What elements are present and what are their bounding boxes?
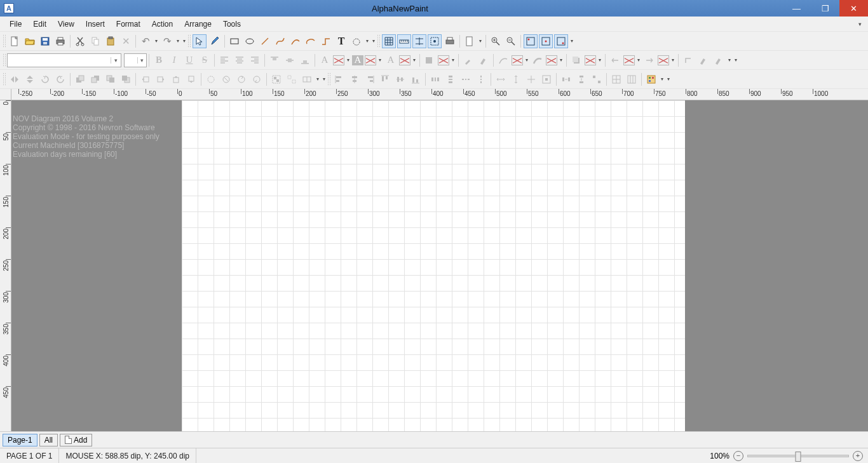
- menu-file[interactable]: File: [4, 18, 27, 30]
- toolbar-overflow-icon[interactable]: ▾: [321, 76, 327, 82]
- page-setup-button[interactable]: [463, 34, 477, 48]
- rotate-path-button[interactable]: [234, 72, 248, 86]
- print-preview-button[interactable]: [443, 34, 457, 48]
- horizontal-ruler[interactable]: -250-200-150-100-50050100150200250300350…: [11, 89, 868, 100]
- nudge-right-button[interactable]: [154, 72, 168, 86]
- rectangle-tool-button[interactable]: [227, 34, 241, 48]
- arr-start-nocolor-icon[interactable]: [623, 55, 635, 65]
- menu-tools[interactable]: Tools: [217, 18, 247, 30]
- align-right-button[interactable]: [248, 53, 262, 67]
- valign-bottom-button[interactable]: [298, 53, 312, 67]
- space-h-button[interactable]: [559, 72, 573, 86]
- shadow-button[interactable]: [569, 53, 583, 67]
- nudge-left-button[interactable]: [139, 72, 153, 86]
- menu-overflow-icon[interactable]: ▾: [858, 21, 864, 27]
- dist-h-button[interactable]: [428, 72, 442, 86]
- undo-button[interactable]: ↶: [139, 34, 153, 48]
- menu-view[interactable]: View: [52, 18, 80, 30]
- zoom-out-button[interactable]: [504, 34, 518, 48]
- arr-end-nocolor-icon[interactable]: [658, 55, 669, 65]
- italic-button[interactable]: I: [167, 53, 181, 67]
- drawing-page[interactable]: [182, 100, 685, 431]
- print-button[interactable]: [53, 34, 67, 48]
- font-nocolor-icon[interactable]: [333, 55, 344, 65]
- line-tool-button[interactable]: [258, 34, 272, 48]
- font-color-dropdown-icon[interactable]: ▾: [345, 57, 351, 63]
- grid-button[interactable]: [382, 34, 396, 48]
- zoom-slider[interactable]: [747, 455, 849, 457]
- shadow-dropdown-icon[interactable]: ▾: [597, 57, 603, 63]
- redo-button[interactable]: ↷: [160, 34, 174, 48]
- align-center-button[interactable]: [233, 53, 247, 67]
- line-weight-button[interactable]: [531, 53, 545, 67]
- zoom-in-button[interactable]: +: [853, 451, 863, 461]
- minimize-button[interactable]: —: [782, 0, 811, 17]
- nudge-up-button[interactable]: [169, 72, 183, 86]
- lineweight-dropdown-icon[interactable]: ▾: [558, 57, 564, 63]
- toolbar-grip[interactable]: [3, 34, 6, 48]
- toolbar-grip[interactable]: [327, 72, 330, 86]
- tab-page-1[interactable]: Page-1: [3, 434, 37, 446]
- center-page-button[interactable]: [539, 72, 553, 86]
- send-backward-button[interactable]: [104, 72, 118, 86]
- align-centers-h-button[interactable]: [393, 72, 407, 86]
- cut-button[interactable]: [73, 34, 87, 48]
- ports-button[interactable]: [428, 34, 442, 48]
- snap-to-ruler-button[interactable]: [539, 34, 553, 48]
- page-dropdown-icon[interactable]: ▾: [477, 38, 484, 44]
- style-dropdown-icon[interactable]: ▾: [726, 57, 733, 63]
- fill-button[interactable]: [423, 53, 437, 67]
- shadow-nocolor-icon[interactable]: [585, 55, 596, 65]
- align-right-edges-button[interactable]: [363, 72, 377, 86]
- outline-nocolor-icon[interactable]: [399, 55, 410, 65]
- ellipse-tool-button[interactable]: [243, 34, 257, 48]
- corner-button[interactable]: [681, 53, 695, 67]
- canvas-area[interactable]: NOV Diagram 2016 Volume 2 Copyright © 19…: [11, 100, 868, 431]
- paste-button[interactable]: [104, 34, 118, 48]
- ungroup-button[interactable]: [285, 72, 299, 86]
- arc-tool-button[interactable]: [288, 34, 302, 48]
- font-family-combo[interactable]: ▾: [7, 53, 121, 67]
- menu-insert[interactable]: Insert: [80, 18, 111, 30]
- guidelines-button[interactable]: [412, 34, 426, 48]
- redo-dropdown-icon[interactable]: ▾: [175, 38, 181, 44]
- size-width-button[interactable]: [494, 72, 508, 86]
- flip-h-button[interactable]: [8, 72, 22, 86]
- elliptical-arc-tool-button[interactable]: [304, 34, 318, 48]
- strikethrough-button[interactable]: S: [198, 53, 212, 67]
- dist-h-space-button[interactable]: [459, 72, 473, 86]
- highlight-dropdown-icon[interactable]: ▾: [377, 57, 383, 63]
- highlight-nocolor-icon[interactable]: [365, 55, 376, 65]
- rulers-button[interactable]: [397, 34, 411, 48]
- bring-forward-button[interactable]: [88, 72, 102, 86]
- align-left-button[interactable]: [217, 53, 231, 67]
- copy-button[interactable]: [88, 34, 102, 48]
- tools-dropdown-icon[interactable]: ▾: [364, 38, 370, 44]
- eyedropper-button[interactable]: [461, 53, 475, 67]
- toolbar-overflow-icon[interactable]: ▾: [665, 76, 672, 82]
- maximize-button[interactable]: ❐: [811, 0, 839, 17]
- line-nocolor-icon[interactable]: [512, 55, 523, 65]
- vertical-ruler[interactable]: 050100150200250300350400450: [0, 100, 11, 431]
- table-button[interactable]: [609, 72, 623, 86]
- undo-dropdown-icon[interactable]: ▾: [153, 38, 159, 44]
- tab-add[interactable]: Add: [60, 434, 92, 446]
- arr-end-button[interactable]: [642, 53, 656, 67]
- line-style-button[interactable]: [496, 53, 510, 67]
- table-cols-button[interactable]: [625, 72, 639, 86]
- space-v-button[interactable]: [574, 72, 588, 86]
- nudge-down-button[interactable]: [184, 72, 198, 86]
- menu-action[interactable]: Action: [146, 18, 179, 30]
- compose-button[interactable]: [300, 72, 314, 86]
- snap-to-guide-button[interactable]: [554, 34, 568, 48]
- underline-button[interactable]: U: [182, 53, 196, 67]
- text-tool-button[interactable]: T: [334, 34, 348, 48]
- outline-dropdown-icon[interactable]: ▾: [411, 57, 417, 63]
- line-dropdown-icon[interactable]: ▾: [524, 57, 530, 63]
- menu-edit[interactable]: Edit: [27, 18, 52, 30]
- toolbar-overflow-icon[interactable]: ▾: [370, 38, 377, 44]
- toolbar-grip[interactable]: [3, 72, 6, 86]
- size-height-button[interactable]: [509, 72, 523, 86]
- reverse-path-button[interactable]: [250, 72, 264, 86]
- highlight-button[interactable]: A: [352, 55, 363, 65]
